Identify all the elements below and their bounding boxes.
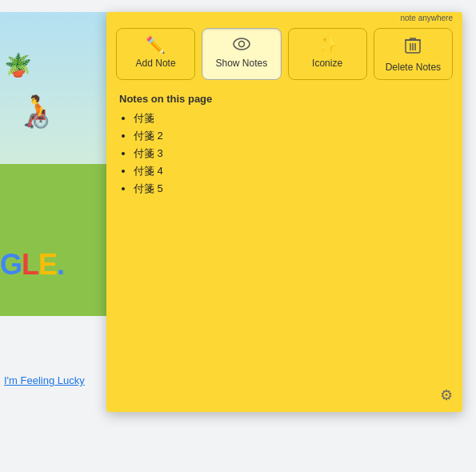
show-notes-icon [233, 37, 250, 53]
list-item[interactable]: 付箋 4 [134, 164, 450, 178]
list-item[interactable]: 付箋 5 [134, 182, 450, 196]
add-note-button[interactable]: ✏️ Add Note [116, 28, 195, 80]
list-item[interactable]: 付箋 2 [134, 129, 450, 143]
list-item[interactable]: 付箋 [134, 111, 450, 126]
notes-section: Notes on this page 付箋 付箋 2 付箋 3 付箋 4 付箋 … [106, 86, 462, 202]
settings-gear-icon[interactable]: ⚙ [440, 386, 453, 404]
delete-notes-icon [405, 37, 421, 57]
game-ground [0, 164, 108, 316]
google-logo-partial: GLE. [0, 248, 64, 282]
notes-list: 付箋 付箋 2 付箋 3 付箋 4 付箋 5 [119, 111, 450, 196]
show-notes-label: Show Notes [216, 58, 268, 69]
cartoon-pot: 🪴 [4, 52, 32, 78]
delete-notes-label: Delete Notes [386, 62, 441, 73]
iconize-button[interactable]: ✨ Iconize [288, 28, 367, 80]
list-item[interactable]: 付箋 3 [134, 146, 450, 161]
toolbar-buttons-row: ✏️ Add Note Show Notes ✨ Iconize [106, 18, 462, 86]
show-notes-button[interactable]: Show Notes [202, 28, 281, 80]
iconize-icon: ✨ [318, 37, 338, 53]
add-note-icon: ✏️ [146, 37, 166, 53]
feeling-lucky-link[interactable]: I'm Feeling Lucky [4, 374, 85, 386]
add-note-label: Add Note [136, 58, 176, 69]
cartoon-figure: 🧑‍🦽 [16, 92, 56, 130]
note-anywhere-label: note anywhere [397, 12, 456, 24]
iconize-label: Iconize [312, 58, 342, 69]
svg-point-1 [238, 42, 244, 47]
svg-point-0 [234, 38, 250, 50]
delete-notes-button[interactable]: Delete Notes [374, 28, 453, 80]
notes-heading: Notes on this page [119, 93, 450, 105]
note-anywhere-panel: note anywhere ✏️ Add Note Show Notes ✨ I… [106, 12, 462, 412]
